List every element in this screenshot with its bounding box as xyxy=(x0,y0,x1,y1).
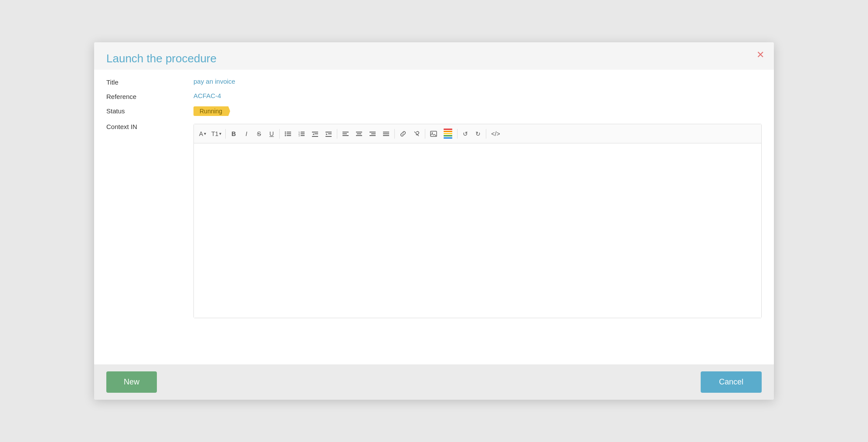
svg-point-0 xyxy=(285,131,286,133)
link-button[interactable] xyxy=(397,129,410,139)
source-code-button[interactable]: </> xyxy=(488,129,503,139)
sep-2 xyxy=(279,129,280,139)
svg-rect-24 xyxy=(357,133,361,134)
indent-icon xyxy=(325,130,332,137)
font-dropdown-arrow: ▾ xyxy=(204,131,206,136)
svg-rect-29 xyxy=(383,132,389,133)
align-right-button[interactable] xyxy=(366,129,379,139)
svg-rect-14 xyxy=(315,133,318,134)
heading-label: T1 xyxy=(211,130,218,137)
svg-rect-28 xyxy=(370,135,376,136)
svg-rect-30 xyxy=(383,133,389,134)
svg-rect-11 xyxy=(301,135,305,136)
image-button[interactable] xyxy=(427,129,440,139)
svg-rect-1 xyxy=(287,132,291,133)
numbered-list-icon: 1.2.3. xyxy=(298,130,305,137)
reference-row: Reference ACFAC-4 xyxy=(106,92,762,100)
svg-rect-25 xyxy=(356,135,362,136)
editor-toolbar: A ▾ T1 ▾ B I S U xyxy=(194,124,761,143)
svg-point-4 xyxy=(285,135,286,136)
sep-3 xyxy=(337,129,337,139)
align-right-icon xyxy=(369,130,376,137)
bold-button[interactable]: B xyxy=(227,129,240,139)
sep-4 xyxy=(394,129,395,139)
svg-marker-13 xyxy=(312,133,314,135)
indent-button[interactable] xyxy=(322,129,335,139)
svg-rect-31 xyxy=(383,135,389,136)
status-label: Status xyxy=(106,106,193,115)
svg-rect-16 xyxy=(326,132,332,133)
new-button[interactable]: New xyxy=(106,371,157,393)
image-icon xyxy=(430,130,437,137)
context-editor-area[interactable] xyxy=(194,143,761,318)
sep-6 xyxy=(457,129,458,139)
svg-rect-9 xyxy=(301,133,305,134)
align-justify-button[interactable] xyxy=(380,129,393,139)
font-size-label: A xyxy=(199,130,203,137)
rainbow-icon xyxy=(444,128,452,139)
font-size-button[interactable]: A ▾ xyxy=(197,129,209,139)
unlink-button[interactable] xyxy=(410,129,423,139)
modal-body: Title pay an invoice Reference ACFAC-4 S… xyxy=(94,70,774,364)
svg-marker-17 xyxy=(326,133,328,135)
close-button[interactable]: ✕ xyxy=(756,50,764,60)
sep-1 xyxy=(225,129,226,139)
unlink-icon xyxy=(413,130,420,137)
svg-rect-26 xyxy=(370,132,376,133)
context-editor: A ▾ T1 ▾ B I S U xyxy=(193,124,762,318)
reference-label: Reference xyxy=(106,92,193,100)
status-badge: Running xyxy=(193,106,230,116)
link-icon xyxy=(400,130,407,137)
svg-rect-15 xyxy=(312,136,318,137)
title-row: Title pay an invoice xyxy=(106,78,762,86)
svg-rect-19 xyxy=(326,136,332,137)
cancel-button[interactable]: Cancel xyxy=(701,371,762,393)
bullet-list-icon xyxy=(285,130,292,137)
undo-button[interactable]: ↺ xyxy=(459,129,471,139)
svg-point-2 xyxy=(285,133,286,134)
numbered-list-button[interactable]: 1.2.3. xyxy=(295,129,308,139)
heading-dropdown-arrow: ▾ xyxy=(219,131,221,136)
svg-text:3.: 3. xyxy=(298,134,300,137)
title-value: pay an invoice xyxy=(193,78,235,85)
svg-rect-3 xyxy=(287,133,291,134)
svg-rect-7 xyxy=(301,132,305,133)
modal-header: Launch the procedure ✕ xyxy=(94,42,774,70)
svg-rect-21 xyxy=(342,133,347,134)
sep-7 xyxy=(486,129,486,139)
align-left-icon xyxy=(342,130,349,137)
modal-title: Launch the procedure xyxy=(106,52,762,65)
svg-rect-23 xyxy=(356,132,362,133)
heading-button[interactable]: T1 ▾ xyxy=(209,129,224,139)
title-label: Title xyxy=(106,78,193,86)
align-justify-icon xyxy=(383,130,390,137)
svg-rect-5 xyxy=(287,135,291,136)
reference-value: ACFAC-4 xyxy=(193,92,221,99)
italic-button[interactable]: I xyxy=(240,129,252,139)
svg-rect-20 xyxy=(342,132,349,133)
modal-footer: New Cancel xyxy=(94,364,774,400)
launch-procedure-modal: Launch the procedure ✕ Title pay an invo… xyxy=(94,42,774,400)
align-left-button[interactable] xyxy=(339,129,352,139)
underline-button[interactable]: U xyxy=(265,129,278,139)
outdent-icon xyxy=(312,130,319,137)
context-in-label: Context IN xyxy=(106,122,193,130)
status-row: Status Running xyxy=(106,106,762,116)
colors-button[interactable] xyxy=(441,126,455,141)
svg-rect-27 xyxy=(371,133,376,134)
svg-rect-22 xyxy=(342,135,349,136)
align-center-button[interactable] xyxy=(353,129,366,139)
redo-button[interactable]: ↻ xyxy=(472,129,484,139)
strikethrough-button[interactable]: S xyxy=(253,129,265,139)
align-center-icon xyxy=(356,130,363,137)
context-in-row: Context IN A ▾ T1 ▾ B xyxy=(106,122,762,318)
svg-point-34 xyxy=(432,132,433,133)
sep-5 xyxy=(425,129,425,139)
outdent-button[interactable] xyxy=(309,129,322,139)
svg-rect-12 xyxy=(312,132,318,133)
bullet-list-button[interactable] xyxy=(281,129,295,139)
svg-rect-18 xyxy=(328,133,332,134)
